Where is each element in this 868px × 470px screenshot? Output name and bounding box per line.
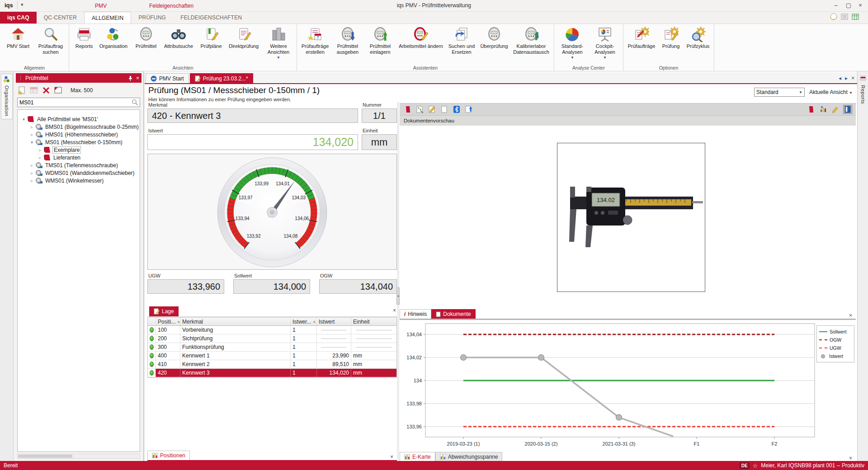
optionen-prufung-button[interactable]: Prüfung [658, 25, 684, 51]
preview-pane-toggle-icon[interactable] [843, 105, 852, 114]
tree-item-root[interactable]: ▾ Alle Prüfmittel wie 'MS01' [18, 115, 140, 123]
expand-icon[interactable]: ▾ [21, 117, 26, 122]
minimize-button[interactable]: – [830, 1, 842, 10]
splitter-handle-icon[interactable]: ◂ [396, 287, 400, 305]
search-input[interactable] [18, 99, 132, 106]
table-row[interactable]: 410Kennwert 21 89,510mm [148, 360, 396, 369]
delete-icon[interactable] [42, 86, 51, 95]
tree-horizontal-scrollbar[interactable] [17, 454, 140, 459]
tree-item-ms01[interactable]: ▾ MS01 (Messschieber 0-150mm) [18, 138, 140, 146]
kalibrierlabor-button[interactable]: Kalibrierlabor Datenaustausch [510, 25, 552, 56]
tree-item-exemplare[interactable]: ▹ Exemplare [18, 146, 140, 154]
expand-icon[interactable]: ▹ [29, 125, 34, 129]
uberprufung-button[interactable]: Überprüfung [478, 25, 510, 51]
prufauftrage-erstellen-button[interactable]: 7 Prüfaufträge erstellen [299, 25, 331, 56]
reports-icon[interactable] [859, 75, 867, 82]
tree-item-hms01[interactable]: ▹ HMS01 (Höhenmessschieber) [18, 131, 140, 138]
lage-tab[interactable]: Lage [149, 306, 179, 316]
doc-edit-icon[interactable] [428, 105, 437, 114]
tab-qc-center[interactable]: QC-CENTER [37, 12, 84, 24]
table-row[interactable]: 400Kennwert 11 23,990mm [148, 352, 396, 360]
reports-dock-tab[interactable]: Reports [860, 85, 866, 104]
tree-item-lieferanten[interactable]: ▹ Lieferanten [18, 154, 140, 161]
expand-icon[interactable]: ▹ [29, 163, 34, 168]
table-row[interactable]: 100Vorbereitung1 [148, 326, 396, 334]
prufzyklus-button[interactable]: Prüfzyklus [684, 25, 712, 51]
panel-layout-icon[interactable] [54, 86, 63, 95]
direktprufung-button[interactable]: Direktprüfung [227, 25, 260, 51]
prufmittel-button[interactable]: Prüfmittel [130, 25, 162, 51]
language-badge[interactable]: DE [740, 462, 750, 469]
tree-item-wdms01[interactable]: ▹ WDMS01 (Wanddickenmeßschieber) [18, 169, 140, 177]
merkmal-field[interactable]: 420 - Kennwert 3 [147, 108, 358, 123]
arbeitsmittel-andern-button[interactable]: Arbeitsmittel ändern [396, 25, 445, 51]
expand-icon[interactable]: ▹ [38, 148, 42, 152]
list-icon[interactable] [841, 13, 848, 20]
expand-icon[interactable]: ▾ [29, 140, 34, 145]
positionen-tab[interactable]: Positionen [147, 451, 190, 460]
table-icon[interactable] [852, 13, 859, 20]
tab-feldeigenschaften[interactable]: FELDEIGENSCHAFTEN [173, 12, 249, 24]
search-icon[interactable] [132, 99, 138, 106]
dokumente-tab[interactable]: Dokumente [431, 309, 475, 319]
prev-tab-icon[interactable]: ◂ [839, 75, 841, 81]
doc-tab-pmv-start[interactable]: PMV Start [146, 73, 189, 83]
chart-colors-icon[interactable] [819, 105, 828, 114]
tree-item-bms01[interactable]: ▹ BMS01 (Bügelmessschraube 0-25mm) [18, 123, 140, 131]
tab-iqs-caq[interactable]: iqs CAQ [0, 12, 37, 24]
doc-tab-pruefung[interactable]: Prüfung 23.03.2...* [190, 73, 253, 83]
reports-button[interactable]: Reports [71, 25, 97, 51]
attributsuche-button[interactable]: Attributsuche [162, 25, 195, 51]
doc-export-icon[interactable] [464, 105, 473, 114]
favorites-star-icon[interactable]: ☆ [753, 462, 758, 469]
weitere-ansichten-button[interactable]: Weitere Ansichten ▼ [262, 25, 295, 62]
flag-icon[interactable] [403, 105, 412, 114]
close-button[interactable]: × [854, 1, 866, 10]
table-row[interactable]: 300Funktionsprüfung1 [148, 343, 396, 352]
abweichungsspanne-tab[interactable]: Abweichungsspanne [435, 452, 503, 461]
optionen-prufauftrage-button[interactable]: Prüfaufträge [625, 25, 658, 51]
maximize-button[interactable]: ▢ [843, 1, 854, 10]
prufauftrag-suchen-button[interactable]: Prüfauftrag suchen [34, 25, 67, 56]
prufmittel-einlagern-button[interactable]: Prüfmittel einlagern [364, 25, 396, 56]
expand-icon[interactable]: ▹ [29, 179, 34, 183]
chart-strip-close-icon[interactable]: × [845, 455, 856, 461]
hinweis-tab[interactable]: i Hinweis [400, 309, 431, 319]
pin-icon[interactable] [128, 75, 133, 81]
prufmittel-panel-header[interactable]: ⋮ Prüfmittel × [16, 73, 142, 83]
tree-item-wms01[interactable]: ▹ WMS01 (Winkelmesser) [18, 177, 140, 184]
strip-close-icon[interactable]: × [845, 312, 856, 319]
next-tab-icon[interactable]: ▸ [845, 75, 848, 81]
cockpit-analysen-button[interactable]: Cockpit-Analysen ▼ [589, 25, 621, 62]
bluetooth-icon[interactable] [452, 105, 461, 114]
prufplane-button[interactable]: Prüfpläne [195, 25, 227, 51]
positionen-close-icon[interactable]: × [387, 454, 397, 460]
panel-close-icon[interactable]: × [136, 75, 139, 81]
lage-close-icon[interactable]: × [393, 307, 396, 314]
table-header-row[interactable]: Positi...▲ Merkmal Istwer...▲ Istwert Ei… [148, 318, 396, 326]
tree-item-tms01[interactable]: ▹ TMS01 (Tiefenmessschraube) [18, 161, 140, 169]
new-doc-icon[interactable] [440, 105, 449, 114]
expand-icon[interactable]: ▹ [29, 171, 34, 175]
vertical-splitter[interactable]: ◂ [397, 102, 399, 460]
e-karte-tab[interactable]: E-Karte [400, 452, 435, 461]
expand-icon[interactable]: ▹ [38, 155, 42, 160]
help-sphere-icon[interactable] [830, 13, 837, 20]
tab-allgemein[interactable]: ALLGEMEIN [84, 12, 132, 24]
scrollbar-thumb[interactable] [18, 455, 72, 458]
organisation-button[interactable]: Organisation [97, 25, 130, 51]
istwert-field[interactable]: 134,020 [147, 134, 358, 150]
flag-icon[interactable] [807, 105, 816, 114]
sidebar-tab-organisation[interactable]: Organisation [1, 74, 13, 119]
prufmittel-ausgeben-button[interactable]: Prüfmittel ausgeben [331, 25, 364, 56]
pmv-start-button[interactable]: PMV Start [2, 25, 34, 51]
close-tab-icon[interactable]: × [851, 75, 854, 81]
tab-pruefung[interactable]: PRÜFUNG [131, 12, 173, 24]
doc-scan-icon[interactable] [415, 105, 425, 114]
expand-icon[interactable]: ▹ [29, 132, 34, 137]
table-row-selected[interactable]: 420Kennwert 31 134,020mm [148, 369, 396, 377]
suchen-ersetzen-button[interactable]: Suchen und Ersetzen [445, 25, 478, 56]
table-row[interactable]: 200Sichtprüfung1 [148, 334, 396, 343]
standard-analysen-button[interactable]: Standard-Analysen ▼ [556, 25, 589, 62]
new-item-icon[interactable] [17, 86, 26, 95]
